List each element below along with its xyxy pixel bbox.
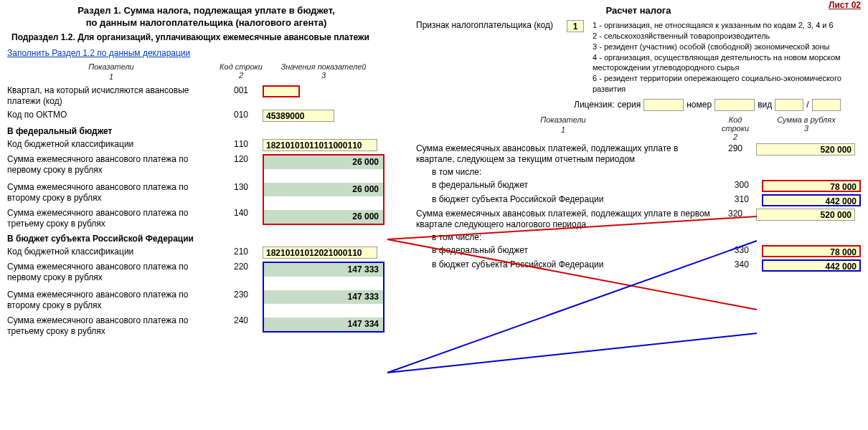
code-130: 130 bbox=[220, 182, 263, 192]
code-230: 230 bbox=[220, 290, 263, 300]
lic-num-label: номер bbox=[687, 100, 712, 110]
input-310[interactable]: 442 000 bbox=[762, 194, 861, 206]
label-120: Сумма ежемесячного авансового платежа по… bbox=[7, 154, 220, 176]
code-300: 300 bbox=[722, 180, 762, 190]
val-120: 26 000 bbox=[264, 156, 383, 169]
incl-label-1: в том числе: bbox=[416, 167, 730, 178]
lic-vid2-input[interactable] bbox=[812, 99, 841, 111]
svg-line-3 bbox=[387, 333, 757, 373]
code-001: 001 bbox=[220, 85, 263, 95]
lic-num-input[interactable] bbox=[714, 99, 755, 111]
code-010: 010 bbox=[220, 110, 263, 120]
code-desc-4: 4 - организация, осуществляющая деятельн… bbox=[593, 52, 858, 74]
code-290: 290 bbox=[714, 143, 756, 153]
code-220: 220 bbox=[220, 262, 263, 272]
label-340: в бюджет субъекта Российской Федерации bbox=[416, 259, 722, 270]
val-130: 26 000 bbox=[264, 183, 383, 196]
label-290: Сумма ежемесячных авансовых платежей, по… bbox=[416, 143, 714, 165]
lic-serie-input[interactable] bbox=[643, 99, 684, 111]
code-110: 110 bbox=[220, 139, 263, 149]
code-310: 310 bbox=[722, 194, 762, 204]
label-330: в федеральный бюджет bbox=[416, 245, 722, 256]
incl-label-2: в том числе: bbox=[416, 232, 730, 243]
input-330[interactable]: 78 000 bbox=[762, 245, 861, 257]
label-110: Код бюджетной классификации bbox=[7, 139, 220, 150]
label-010: Код по ОКТМО bbox=[7, 110, 220, 120]
code-desc-1: 1 - организация, не относящаяся к указан… bbox=[593, 20, 858, 31]
fill-link[interactable]: Заполнить Раздел 1.2 по данным деклараци… bbox=[7, 48, 190, 58]
col-znacheniya: Значения показателей bbox=[281, 62, 367, 71]
input-300[interactable]: 78 000 bbox=[762, 180, 861, 192]
subsection-title: Подраздел 1.2. Для организаций, уплачива… bbox=[11, 32, 405, 42]
val-140: 26 000 bbox=[264, 210, 383, 224]
code-340: 340 bbox=[722, 259, 762, 269]
priz-label: Признак налогоплательщика (код) bbox=[416, 20, 567, 30]
section-title-2: по данным налогоплательщика (налогового … bbox=[7, 17, 405, 28]
input-320[interactable]: 520 000 bbox=[756, 209, 855, 221]
lic-slash: / bbox=[806, 100, 808, 110]
lic-vid-label: вид bbox=[758, 100, 772, 110]
col-pokazateli: Показатели bbox=[88, 62, 134, 71]
val-220: 147 333 bbox=[264, 263, 383, 277]
label-210: Код бюджетной классификации bbox=[7, 247, 220, 257]
label-140: Сумма ежемесячного авансового платежа по… bbox=[7, 208, 220, 229]
fed-budget-title: В федеральный бюджет bbox=[7, 126, 405, 136]
col-kod-stroki: Код строки bbox=[220, 62, 263, 71]
label-320: Сумма ежемесячных авансовых платежей, по… bbox=[416, 209, 714, 230]
code-desc-3: 3 - резидент (участник) особой (свободно… bbox=[593, 42, 858, 52]
lic-serie-label: серия bbox=[618, 100, 641, 110]
label-001: Квартал, на который исчисляются авансовы… bbox=[7, 85, 220, 107]
label-240: Сумма ежемесячного авансового платежа по… bbox=[7, 315, 220, 337]
label-220: Сумма ежемесячного авансового платежа по… bbox=[7, 262, 220, 283]
input-290[interactable]: 520 000 bbox=[756, 143, 855, 156]
left-panel: Раздел 1. Сумма налога, подлежащая уплат… bbox=[7, 4, 405, 340]
right-panel: Расчет налога Признак налогоплательщика … bbox=[416, 4, 861, 274]
label-230: Сумма ежемесячного авансового платежа по… bbox=[7, 290, 220, 311]
code-120: 120 bbox=[220, 154, 263, 164]
lic-vid1-input[interactable] bbox=[775, 99, 803, 111]
code-210: 210 bbox=[220, 247, 263, 257]
lic-label: Лицензия: bbox=[574, 100, 615, 110]
subj-budget-title: В бюджет субъекта Российской Федерации bbox=[7, 234, 405, 244]
input-210[interactable]: 18210101012021000110 bbox=[263, 247, 377, 259]
code-330: 330 bbox=[722, 245, 762, 255]
code-320: 320 bbox=[714, 209, 756, 219]
val-230: 147 333 bbox=[264, 290, 383, 304]
val-240: 147 334 bbox=[264, 317, 383, 331]
label-310: в бюджет субъекта Российской Федерации bbox=[416, 194, 722, 205]
label-300: в федеральный бюджет bbox=[416, 180, 722, 191]
priz-input[interactable]: 1 bbox=[567, 20, 584, 32]
input-001[interactable] bbox=[263, 85, 300, 97]
code-desc-6: 6 - резидент территории опережающего соц… bbox=[593, 73, 858, 95]
code-desc-2: 2 - сельскохозяйственный товаропроизводи… bbox=[593, 31, 858, 42]
code-240: 240 bbox=[220, 315, 263, 325]
input-340[interactable]: 442 000 bbox=[762, 259, 861, 272]
code-140: 140 bbox=[220, 208, 263, 218]
calc-title: Расчет налога bbox=[416, 5, 861, 16]
input-110[interactable]: 18210101011011000110 bbox=[263, 139, 377, 151]
label-130: Сумма ежемесячного авансового платежа по… bbox=[7, 182, 220, 204]
input-010[interactable]: 45389000 bbox=[263, 110, 334, 122]
section-title-1: Раздел 1. Сумма налога, подлежащая уплат… bbox=[7, 5, 405, 16]
